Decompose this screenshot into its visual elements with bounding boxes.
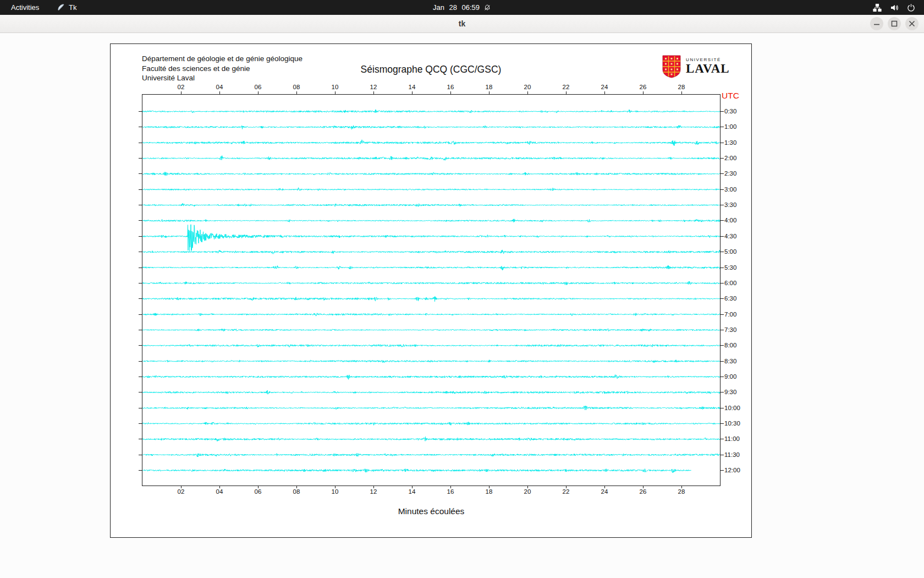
x-axis-tick-label-top: 08 [293, 84, 300, 90]
app-menu-label: Tk [69, 0, 76, 15]
trace-time-label: 7:00 [724, 311, 736, 318]
trace-time-label: 9:00 [724, 373, 736, 380]
trace-tick-right [720, 392, 724, 392]
minimize-button[interactable] [870, 17, 883, 30]
trace-time-label: 10:00 [724, 405, 740, 411]
seismogram-plot: UTC Minutes écoulées 0202040406060808101… [142, 94, 721, 486]
trace-tick-right [720, 455, 724, 455]
trace-time-label: 3:00 [724, 186, 736, 193]
seismogram-traces [142, 95, 720, 486]
trace-tick-left [139, 330, 142, 330]
seismograph-panel: Département de géologie et de génie géol… [110, 43, 752, 538]
x-axis-tick-label-bottom: 16 [447, 488, 454, 495]
clock-area: Jan 28 06:59 [0, 0, 924, 15]
clock-label: Jan 28 06:59 [433, 3, 480, 12]
chart-title: Séismographe QCQ (CGC/GSC) [111, 64, 751, 75]
x-axis-tick-label-top: 04 [216, 84, 223, 90]
x-axis-tick-label-bottom: 04 [216, 488, 223, 495]
x-axis-tick-top [681, 91, 682, 94]
trace-time-label: 7:30 [724, 326, 736, 333]
trace-tick-right [720, 377, 724, 377]
window-title: tk [0, 15, 924, 32]
trace-tick-right [720, 361, 724, 362]
trace-tick-right [720, 439, 724, 439]
x-axis-tick-top [643, 91, 644, 94]
top-bar: Activities Tk Jan 28 06:59 [0, 0, 924, 15]
clock[interactable]: Jan 28 06:59 [433, 3, 491, 12]
x-axis-tick-label-bottom: 22 [563, 488, 570, 495]
trace-tick-left [139, 455, 142, 455]
x-axis-tick-label-bottom: 10 [332, 488, 339, 495]
trace-tick-right [720, 143, 724, 143]
x-axis-tick-top [219, 91, 220, 94]
x-axis-tick-label-top: 02 [178, 84, 185, 90]
trace-tick-left [139, 439, 142, 439]
window-titlebar[interactable]: tk [0, 15, 924, 33]
x-axis-tick-label-top: 16 [447, 84, 454, 90]
x-axis-tick-label-top: 26 [640, 84, 647, 90]
x-axis-tick-label-top: 10 [332, 84, 339, 90]
x-axis-tick-label-bottom: 24 [601, 488, 608, 495]
trace-time-label: 1:00 [724, 123, 736, 130]
trace-time-label: 9:30 [724, 389, 736, 395]
trace-tick-right [720, 298, 724, 299]
app-menu[interactable]: Tk [57, 0, 76, 15]
trace-tick-right [720, 408, 724, 408]
trace-tick-right [720, 470, 724, 471]
trace-tick-right [720, 268, 724, 268]
trace-tick-right [720, 158, 724, 159]
trace-tick-right [720, 220, 724, 221]
trace-tick-right [720, 111, 724, 112]
trace-time-label: 6:30 [724, 295, 736, 302]
x-axis-tick-label-top: 24 [601, 84, 608, 90]
volume-icon [890, 3, 899, 12]
x-axis-tick-label-bottom: 28 [678, 488, 685, 495]
trace-tick-right [720, 189, 724, 190]
trace-tick-left [139, 345, 142, 346]
trace-tick-left [139, 220, 142, 221]
trace-tick-right [720, 252, 724, 252]
trace-tick-right [720, 127, 724, 127]
x-axis-tick-top [489, 91, 490, 94]
x-axis-tick-label-top: 12 [370, 84, 377, 90]
trace-tick-left [139, 408, 142, 408]
trace-tick-left [139, 392, 142, 392]
trace-tick-left [139, 143, 142, 143]
bell-muted-icon [483, 4, 491, 12]
trace-tick-left [139, 470, 142, 471]
maximize-button[interactable] [888, 17, 901, 30]
system-status-area[interactable] [873, 0, 915, 15]
close-button[interactable] [905, 17, 919, 30]
trace-time-label: 2:30 [724, 170, 736, 177]
institution-line-1: Département de géologie et de génie géol… [142, 54, 302, 64]
trace-tick-left [139, 283, 142, 283]
trace-tick-right [720, 330, 724, 330]
x-axis-tick-top [412, 91, 413, 94]
x-axis-tick-top [258, 91, 258, 94]
x-axis-tick-label-top: 28 [678, 84, 685, 90]
trace-tick-right [720, 345, 724, 346]
trace-tick-right [720, 314, 724, 315]
trace-tick-right [720, 423, 724, 424]
trace-time-label: 8:00 [724, 342, 736, 348]
trace-tick-left [139, 268, 142, 268]
activities-button[interactable]: Activities [8, 0, 42, 15]
trace-time-label: 5:00 [724, 248, 736, 255]
trace-tick-left [139, 423, 142, 424]
x-axis-tick-label-bottom: 18 [486, 488, 493, 495]
trace-time-label: 12:00 [724, 467, 740, 473]
trace-tick-right [720, 205, 724, 205]
trace-tick-left [139, 111, 142, 112]
x-axis-tick-label-bottom: 02 [178, 488, 185, 495]
x-axis-tick-top [296, 91, 297, 94]
logo-large-text: LAVAL [686, 62, 730, 75]
trace-tick-left [139, 236, 142, 237]
x-axis-tick-top [527, 91, 528, 94]
trace-tick-right [720, 283, 724, 283]
x-axis-tick-label-top: 22 [563, 84, 570, 90]
trace-time-label: 6:00 [724, 280, 736, 286]
trace-tick-left [139, 361, 142, 362]
trace-time-label: 4:30 [724, 233, 736, 239]
x-axis-tick-label-top: 20 [524, 84, 531, 90]
utc-label: UTC [722, 91, 739, 101]
